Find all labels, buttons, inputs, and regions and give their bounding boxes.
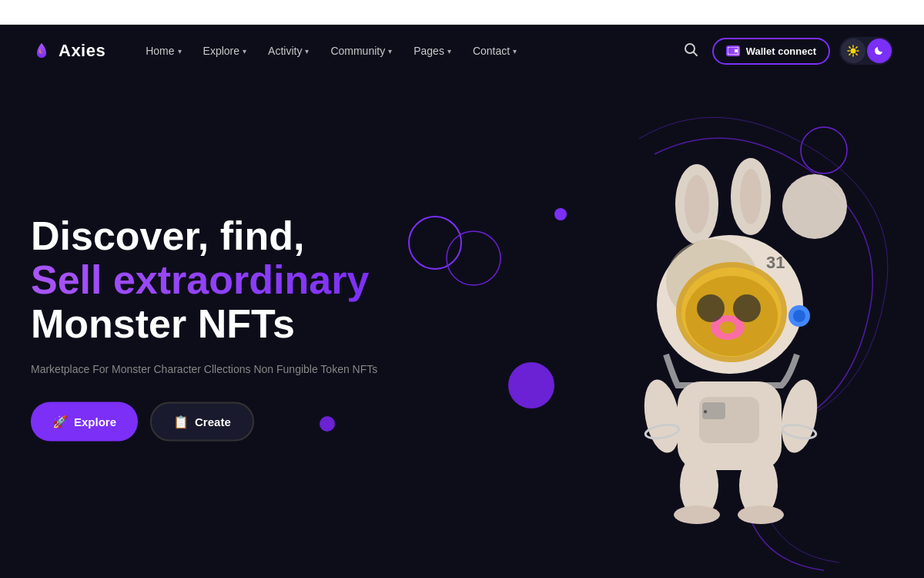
navbar: Axies Home ▾ Explore ▾ Activity ▾ Commun…	[0, 25, 924, 77]
nav-label-pages: Pages	[413, 45, 444, 57]
svg-point-31	[733, 294, 761, 322]
light-mode-button[interactable]	[841, 39, 865, 63]
logo-icon	[31, 40, 52, 62]
hero-content: Discover, find, Sell extraordinary Monst…	[31, 214, 377, 442]
rocket-icon: 🚀	[52, 414, 68, 428]
explore-label: Explore	[74, 415, 116, 428]
svg-rect-3	[735, 49, 738, 52]
top-border	[0, 0, 924, 25]
create-label: Create	[195, 415, 231, 428]
svg-point-41	[738, 506, 784, 524]
svg-point-40	[674, 506, 720, 524]
moon-icon	[873, 45, 886, 57]
svg-line-10	[856, 54, 857, 55]
nav-item-pages[interactable]: Pages ▾	[404, 39, 460, 63]
nav-label-activity: Activity	[268, 45, 302, 57]
logo-text: Axies	[59, 41, 105, 61]
svg-point-19	[782, 174, 847, 239]
hero-title-line2: Sell extraordinary	[31, 258, 377, 302]
chevron-down-icon: ▾	[447, 47, 451, 55]
create-button[interactable]: 📋 Create	[150, 402, 254, 441]
search-button[interactable]	[678, 37, 703, 66]
nav-item-contact[interactable]: Contact ▾	[464, 39, 526, 63]
chevron-down-icon: ▾	[305, 47, 309, 55]
nav-links: Home ▾ Explore ▾ Activity ▾ Community ▾ …	[136, 39, 678, 63]
svg-point-17	[685, 175, 709, 234]
svg-point-18	[740, 169, 762, 224]
chevron-down-icon: ▾	[243, 47, 246, 55]
wallet-icon	[726, 45, 740, 56]
svg-line-12	[856, 47, 857, 48]
sun-icon	[847, 45, 859, 57]
hero-subtitle: Marketplace For Monster Character Cllect…	[31, 360, 377, 377]
nav-item-explore[interactable]: Explore ▾	[194, 39, 256, 63]
explore-button[interactable]: 🚀 Explore	[31, 402, 138, 441]
svg-line-1	[693, 52, 697, 55]
hero-title-line3: Monster NFTs	[31, 302, 377, 346]
svg-point-29	[793, 310, 805, 322]
nav-item-community[interactable]: Community ▾	[321, 39, 401, 63]
svg-text:●: ●	[703, 407, 708, 415]
hero-buttons: 🚀 Explore 📋 Create	[31, 402, 377, 441]
nav-label-community: Community	[330, 45, 385, 57]
svg-point-14	[447, 231, 500, 285]
chevron-down-icon: ▾	[388, 47, 392, 55]
svg-point-4	[851, 49, 856, 54]
search-icon	[683, 42, 698, 57]
nft-character: 31 ●	[585, 154, 878, 501]
svg-text:31: 31	[766, 253, 785, 272]
wallet-connect-button[interactable]: Wallet connect	[712, 38, 830, 65]
dark-mode-button[interactable]	[867, 39, 892, 63]
hero-section: Discover, find, Sell extraordinary Monst…	[0, 77, 924, 578]
chevron-down-icon: ▾	[513, 47, 517, 55]
theme-toggle	[839, 37, 893, 65]
hero-title-line1: Discover, find,	[31, 214, 377, 258]
svg-point-30	[697, 294, 725, 322]
nav-item-activity[interactable]: Activity ▾	[259, 39, 318, 63]
svg-line-11	[849, 54, 850, 55]
nav-label-explore: Explore	[203, 45, 239, 57]
create-icon: 📋	[173, 414, 189, 428]
svg-line-9	[849, 47, 850, 48]
chevron-down-icon: ▾	[178, 47, 182, 55]
svg-point-27	[720, 321, 735, 334]
wallet-label: Wallet connect	[746, 45, 816, 57]
svg-point-37	[776, 377, 822, 455]
nav-item-home[interactable]: Home ▾	[136, 39, 190, 63]
nav-label-contact: Contact	[473, 45, 510, 57]
astronaut-bunny-svg: 31 ●	[585, 154, 878, 524]
logo[interactable]: Axies	[31, 40, 105, 62]
nav-right: Wallet connect	[678, 37, 893, 66]
nav-label-home: Home	[146, 45, 174, 57]
